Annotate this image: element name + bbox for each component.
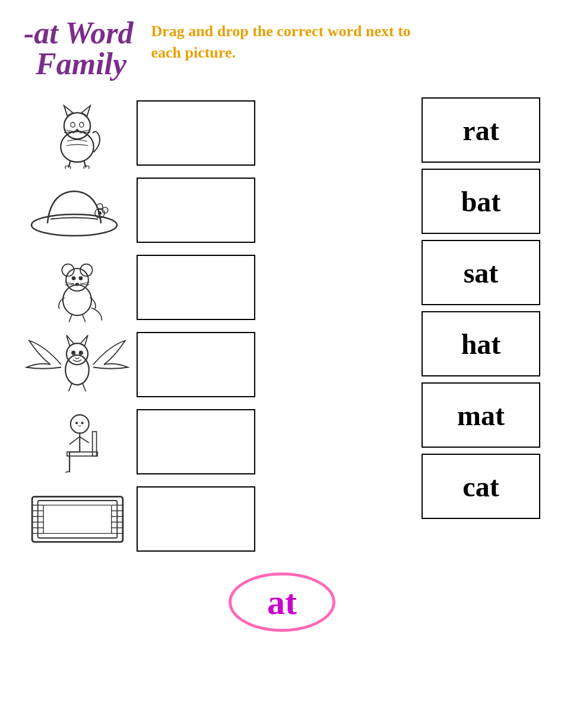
table-row <box>24 97 398 169</box>
title-line1: -at Word <box>24 18 133 49</box>
mat-picture <box>24 483 131 555</box>
svg-line-52 <box>65 471 69 473</box>
svg-point-4 <box>71 122 75 127</box>
left-side <box>24 97 398 555</box>
svg-point-0 <box>61 131 93 162</box>
drop-box-hat[interactable] <box>137 178 255 243</box>
main-content: rat bat sat hat mat cat <box>24 97 540 555</box>
word-card-sat[interactable]: sat <box>422 240 540 305</box>
svg-point-24 <box>72 276 76 280</box>
word-rat-label: rat <box>462 114 499 147</box>
word-cat-label: cat <box>462 470 499 503</box>
svg-line-39 <box>69 384 72 392</box>
bat-picture <box>24 329 131 400</box>
svg-point-38 <box>79 351 83 355</box>
word-hat-label: hat <box>461 328 501 360</box>
svg-marker-35 <box>66 335 74 346</box>
table-row <box>24 329 398 400</box>
svg-rect-53 <box>32 496 123 542</box>
title-line2: Family <box>36 49 133 80</box>
svg-line-31 <box>69 314 72 322</box>
table-row <box>24 175 398 246</box>
table-row <box>24 483 398 555</box>
drop-box-sat[interactable] <box>137 409 255 474</box>
cat-picture <box>24 97 131 169</box>
drop-box-mat[interactable] <box>137 486 255 552</box>
svg-point-50 <box>75 422 78 424</box>
svg-rect-55 <box>43 505 112 533</box>
table-row <box>24 406 398 477</box>
drop-box-cat[interactable] <box>137 100 255 166</box>
word-mat-label: mat <box>457 399 505 432</box>
svg-point-25 <box>79 276 83 280</box>
svg-point-26 <box>75 283 80 286</box>
svg-rect-54 <box>37 501 117 538</box>
svg-point-20 <box>63 285 91 315</box>
word-card-hat[interactable]: hat <box>422 311 540 376</box>
header: -at Word Family Drag and drop the correc… <box>24 18 540 80</box>
svg-point-33 <box>65 355 89 385</box>
drop-box-bat[interactable] <box>137 332 255 397</box>
svg-point-21 <box>66 268 88 291</box>
instruction: Drag and drop the correct word next to e… <box>151 18 436 64</box>
svg-point-5 <box>80 122 84 127</box>
word-card-cat[interactable]: cat <box>422 454 540 519</box>
word-cards-panel: rat bat sat hat mat cat <box>422 97 540 519</box>
svg-point-44 <box>71 415 89 433</box>
page: -at Word Family Drag and drop the correc… <box>0 0 564 728</box>
bottom-area: at <box>24 572 540 632</box>
svg-line-32 <box>83 314 85 322</box>
hat-picture <box>24 175 131 246</box>
at-oval: at <box>229 572 335 632</box>
svg-point-51 <box>81 422 83 424</box>
svg-line-40 <box>83 384 85 392</box>
word-sat-label: sat <box>464 257 499 289</box>
table-row <box>24 252 398 323</box>
word-bat-label: bat <box>461 185 501 218</box>
rat-picture <box>24 252 131 323</box>
svg-line-49 <box>80 436 88 442</box>
svg-point-1 <box>64 113 90 139</box>
svg-point-37 <box>71 351 75 355</box>
title-block: -at Word Family <box>24 18 133 80</box>
at-label: at <box>267 582 297 623</box>
svg-marker-36 <box>80 335 88 346</box>
word-card-rat[interactable]: rat <box>422 97 540 163</box>
sitting-person-picture <box>24 406 131 477</box>
svg-marker-6 <box>75 129 79 131</box>
word-card-mat[interactable]: mat <box>422 382 540 448</box>
svg-point-17 <box>98 211 102 215</box>
drop-box-rat[interactable] <box>137 255 255 320</box>
svg-line-48 <box>69 436 80 444</box>
word-card-bat[interactable]: bat <box>422 169 540 234</box>
